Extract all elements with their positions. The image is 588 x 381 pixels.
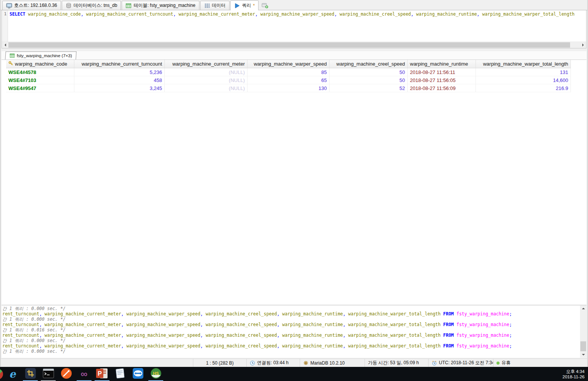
grid-cell[interactable]: (NULL) <box>165 76 247 84</box>
sql-token: warping_machine_current_turncount <box>86 11 173 17</box>
grid-cell[interactable]: 50 <box>329 68 408 76</box>
log-line: rent_turncount, warping_machine_current_… <box>2 311 580 317</box>
grid-cell[interactable]: 65 <box>247 76 329 84</box>
grid-cell[interactable]: WSE4#9547 <box>6 84 74 92</box>
result-tab-label: fsty_warping_machine (7×3) <box>17 53 72 58</box>
partial-app-icon <box>0 369 3 379</box>
sql-token: warping_machine_runtime <box>282 322 343 327</box>
add-query-tab-button[interactable] <box>262 2 268 8</box>
column-header-warping_machine_warper_speed[interactable]: warping_machine_warper_speed <box>247 60 329 68</box>
query-log-panel[interactable]: 간 1 쿼리 : 0.000 sec. */rent_turncount, wa… <box>2 305 586 358</box>
taskbar-teamviewer[interactable] <box>129 367 147 381</box>
sql-token: FROM <box>440 333 456 338</box>
scroll-right-button[interactable] <box>580 42 586 48</box>
sql-token: , <box>200 311 206 317</box>
column-header-warping_machine_creel_speed[interactable]: warping_machine_creel_speed <box>329 60 408 68</box>
sql-token: FROM <box>440 311 456 317</box>
scroll-left-button[interactable] <box>2 42 8 48</box>
taskbar-notepad[interactable] <box>111 367 129 381</box>
grid-cell[interactable]: 2018-08-27 11:56:09 <box>408 84 476 92</box>
svg-text:HS: HS <box>153 371 159 376</box>
taskbar-launcher[interactable] <box>57 367 75 381</box>
alarm-clock-icon <box>432 360 437 366</box>
sql-token: , <box>121 311 127 317</box>
editor-horizontal-scrollbar[interactable] <box>2 42 586 48</box>
primary-key-icon <box>8 61 13 67</box>
grid-cell[interactable]: 458 <box>74 76 165 84</box>
results-grid[interactable]: warping_machine_codewarping_machine_curr… <box>2 59 586 304</box>
sql-token: , <box>343 311 348 317</box>
sql-token: warping_machine_runtime <box>282 343 343 349</box>
log-line: 간 1 쿼리 : 0.016 sec. */ <box>2 327 580 333</box>
result-table-icon <box>10 53 15 58</box>
row-info-text: 1 : 50 (282 B) <box>206 360 234 366</box>
partial-taskbar-icon[interactable] <box>0 367 3 381</box>
sql-token: , <box>39 343 45 349</box>
taskbar-internet-explorer[interactable]: e <box>3 367 21 381</box>
sql-query-line[interactable]: SELECT warping_machine_code, warping_mac… <box>10 11 586 18</box>
log-line: 간 1 쿼리 : 0.000 sec. */ <box>2 349 580 354</box>
scroll-up-button[interactable] <box>580 305 586 312</box>
grid-cell[interactable]: 2018-08-27 11:56:05 <box>408 76 476 84</box>
taskbar-command-prompt[interactable] <box>39 367 57 381</box>
status-connection: 연결됨: 03:44 h <box>247 359 300 367</box>
table-row[interactable]: WSE4#95473,245(NULL)130522018-08-27 11:5… <box>6 84 586 92</box>
grid-cell[interactable]: 131 <box>476 68 571 76</box>
grid-cell[interactable]: 5,236 <box>74 68 165 76</box>
sql-token: warping_machine_creel_speed <box>206 333 277 338</box>
column-header-warping_machine_runtime[interactable]: warping_machine_runtime <box>408 60 476 68</box>
grid-cell[interactable]: 216.9 <box>476 84 571 92</box>
tab-table[interactable]: 테이블: fsty_warping_machine <box>122 1 199 10</box>
tab-query[interactable]: 쿼리* <box>230 0 259 10</box>
sql-token: FROM <box>440 343 456 349</box>
sql-token: warping_machine_warper_total_length <box>348 333 440 338</box>
sql-token: , <box>39 333 45 338</box>
sql-token: , <box>343 343 348 349</box>
grid-cell[interactable]: (NULL) <box>165 84 247 92</box>
scroll-down-button[interactable] <box>580 352 586 358</box>
vertical-scroll-thumb[interactable] <box>580 341 586 351</box>
taskbar-heidisql[interactable]: HS <box>147 367 165 381</box>
grid-cell[interactable]: (NULL) <box>165 68 247 76</box>
status-utc: UTC: 2018-11-26 오전 7:34 <box>429 359 493 367</box>
idle-status-text: 유휴 <box>501 360 511 366</box>
utc-time-text: UTC: 2018-11-26 오전 7:34 <box>439 360 493 366</box>
taskbar-snipping-tool[interactable] <box>21 367 39 381</box>
tab-data[interactable]: 데이터 <box>200 1 230 10</box>
status-row-info: 1 : 50 (282 B) <box>193 359 247 367</box>
sql-token: warping_machine_warper_total_length <box>348 343 440 349</box>
grid-cell[interactable]: 85 <box>247 68 329 76</box>
grid-cell[interactable]: 3,245 <box>74 84 165 92</box>
horizontal-scroll-thumb[interactable] <box>8 42 570 48</box>
sql-token: warping_machine_runtime <box>282 311 343 317</box>
sql-editor[interactable]: 1 SELECT warping_machine_code, warping_m… <box>2 10 586 48</box>
taskbar-clock[interactable]: 오후 4:34 2018-11-26 <box>562 369 588 379</box>
grid-cell[interactable]: 52 <box>329 84 408 92</box>
column-header-warping_machine_current_meter[interactable]: warping_machine_current_meter <box>165 60 247 68</box>
sql-token: warping_machine_creel_speed <box>206 311 277 317</box>
grid-cell[interactable]: 2018-08-27 11:56:11 <box>408 68 476 76</box>
command-prompt-icon <box>43 368 54 381</box>
tab-host-label: 호스트: 192.168.0.36 <box>14 2 57 9</box>
table-row[interactable]: WSE4#45785,236(NULL)85502018-08-27 11:56… <box>6 68 586 76</box>
column-header-label: warping_machine_code <box>15 61 67 67</box>
grid-cell[interactable]: 50 <box>329 76 408 84</box>
log-line: 간 1 쿼리 : 0.000 sec. */ <box>2 338 580 343</box>
column-header-warping_machine_code[interactable]: warping_machine_code <box>6 60 74 68</box>
column-header-warping_machine_current_turncount[interactable]: warping_machine_current_turncount <box>74 60 165 68</box>
column-header-warping_machine_warper_total_length[interactable]: warping_machine_warper_total_length <box>476 60 571 68</box>
grid-cell[interactable]: 130 <box>247 84 329 92</box>
log-vertical-scrollbar[interactable] <box>580 305 586 358</box>
query-modified-marker: * <box>253 3 255 8</box>
grid-cell[interactable]: WSE4#7103 <box>6 76 74 84</box>
taskbar-powerpoint[interactable]: P <box>93 367 111 381</box>
tab-host[interactable]: 호스트: 192.168.0.36 <box>2 1 61 10</box>
sql-token: , <box>200 333 206 338</box>
grid-cell[interactable]: WSE4#4578 <box>6 68 74 76</box>
grid-cell[interactable]: 14,600 <box>476 76 571 84</box>
taskbar-visual-studio[interactable]: ∞ <box>75 367 93 381</box>
tab-database[interactable]: 데이터베이스: tns_db <box>62 1 121 10</box>
table-row[interactable]: WSE4#7103458(NULL)65502018-08-27 11:56:0… <box>6 76 586 84</box>
status-empty-section <box>1 359 193 367</box>
result-tab[interactable]: fsty_warping_machine (7×3) <box>5 51 76 59</box>
